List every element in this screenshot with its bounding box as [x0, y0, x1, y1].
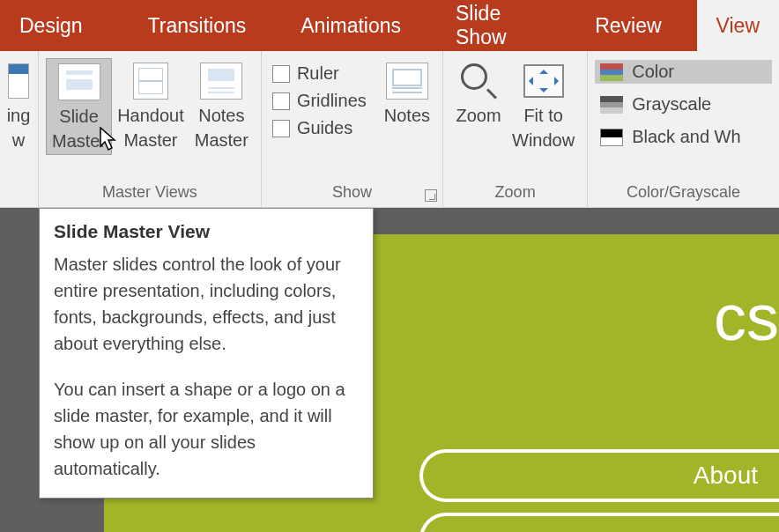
notes-master-button[interactable]: Notes Master — [189, 58, 254, 153]
reading-view-icon — [8, 63, 29, 99]
fit-label-l2: Window — [512, 129, 575, 151]
notes-button[interactable]: Notes — [379, 58, 435, 153]
group-label-zoom: Zoom — [443, 180, 587, 207]
group-label-show: Show — [262, 180, 442, 207]
slide-button-2[interactable] — [419, 513, 779, 532]
guides-label: Guides — [297, 118, 352, 138]
bw-swatch-icon — [600, 129, 623, 146]
slide-title-fragment: cs — [714, 280, 779, 355]
ruler-label: Ruler — [297, 63, 339, 84]
tab-transitions[interactable]: Transitions — [129, 0, 266, 51]
gridlines-checkbox[interactable]: Gridlines — [272, 91, 367, 111]
color-mode-grayscale[interactable]: Grayscale — [595, 92, 772, 116]
color-swatch-icon — [600, 63, 623, 81]
slide-master-button[interactable]: Slide Master — [46, 58, 112, 155]
reading-view-label-l2: w — [12, 129, 25, 151]
tab-view[interactable]: View — [697, 0, 779, 51]
handout-master-button[interactable]: Handout Master — [112, 58, 189, 153]
tab-animations[interactable]: Animations — [281, 0, 420, 51]
group-master-views: Slide Master Handout Master Notes Master… — [39, 51, 262, 207]
handout-master-label-l1: Handout — [117, 104, 184, 127]
magnifier-icon — [461, 63, 496, 99]
slide-master-tooltip: Slide Master View Master slides control … — [39, 208, 374, 499]
tab-design[interactable]: Design — [0, 0, 102, 51]
notes-master-label-l1: Notes — [198, 104, 244, 127]
bw-label: Black and Wh — [632, 127, 740, 147]
tooltip-title: Slide Master View — [54, 221, 359, 242]
slide-master-label-l2: Master — [52, 129, 106, 152]
tooltip-paragraph-1: Master slides control the look of your e… — [54, 251, 359, 357]
tab-slideshow[interactable]: Slide Show — [436, 0, 560, 51]
reading-view-button[interactable]: ing w — [0, 58, 37, 153]
ribbon: ing w Slide Master Handout Master Notes … — [0, 51, 779, 208]
checkbox-icon — [272, 120, 290, 137]
ruler-checkbox[interactable]: Ruler — [272, 63, 367, 84]
color-mode-bw[interactable]: Black and Wh — [595, 125, 772, 149]
tooltip-paragraph-2: You can insert a shape or a logo on a sl… — [54, 376, 359, 482]
handout-master-icon — [133, 63, 168, 100]
grayscale-swatch-icon — [600, 96, 623, 114]
notes-master-icon — [200, 63, 242, 100]
group-presentation-views-partial: ing w — [0, 51, 39, 207]
group-label-master-views: Master Views — [39, 180, 261, 207]
fit-to-window-icon — [523, 64, 564, 98]
tab-review[interactable]: Review — [575, 0, 680, 51]
notes-master-label-l2: Master — [195, 129, 249, 151]
gridlines-label: Gridlines — [297, 91, 367, 111]
ribbon-tabs: Design Transitions Animations Slide Show… — [0, 0, 779, 51]
color-label: Color — [632, 62, 674, 82]
show-dialog-launcher[interactable] — [425, 189, 437, 202]
slide-about-button[interactable]: About — [419, 449, 779, 502]
group-show: Ruler Gridlines Guides Notes Show — [262, 51, 443, 207]
reading-view-label-l1: ing — [7, 104, 31, 127]
group-color-grayscale: Color Grayscale Black and Wh Color/Grays… — [588, 51, 779, 207]
group-label-presentation — [0, 180, 38, 207]
zoom-button[interactable]: Zoom — [450, 58, 507, 153]
grayscale-label: Grayscale — [632, 94, 711, 115]
notes-icon — [386, 63, 428, 100]
checkbox-icon — [272, 92, 290, 110]
fit-label-l1: Fit to — [523, 104, 562, 127]
slide-master-icon — [58, 63, 100, 100]
guides-checkbox[interactable]: Guides — [272, 118, 367, 138]
fit-to-window-button[interactable]: Fit to Window — [507, 58, 580, 153]
group-zoom: Zoom Fit to Window Zoom — [443, 51, 588, 207]
color-mode-color[interactable]: Color — [595, 60, 772, 84]
slide-master-label-l1: Slide — [59, 105, 98, 128]
notes-label: Notes — [384, 104, 430, 127]
checkbox-icon — [272, 65, 290, 83]
zoom-label: Zoom — [456, 104, 501, 127]
group-label-color: Color/Grayscale — [588, 180, 779, 207]
handout-master-label-l2: Master — [123, 129, 177, 151]
